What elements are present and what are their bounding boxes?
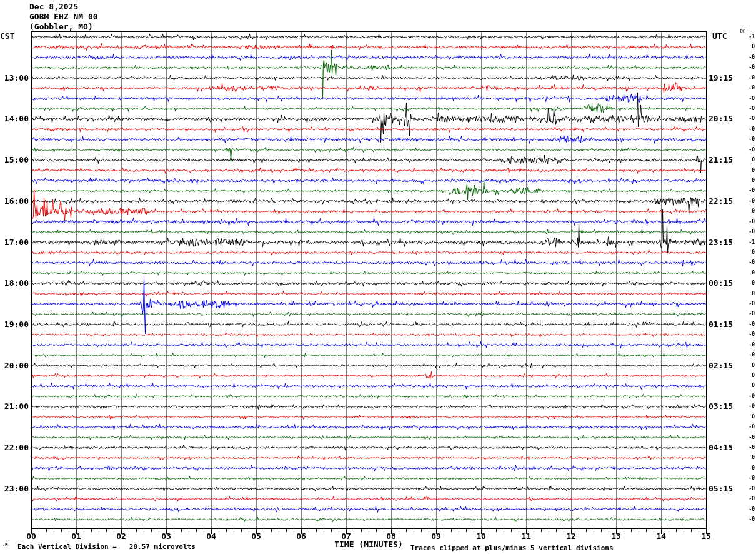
dc-value-label: -0: [740, 75, 755, 81]
right-time-label: 04:15: [709, 443, 733, 452]
right-time-label: 02:15: [709, 361, 733, 370]
dc-value-label: 0: [740, 168, 755, 173]
dc-value-label: 0: [740, 383, 755, 388]
clip-note: Traces clipped at plus/minus 5 vertical …: [410, 545, 614, 552]
right-time-label: 01:15: [709, 320, 733, 329]
x-tick-label: 11: [517, 532, 535, 541]
dc-value-label: -0: [740, 516, 755, 522]
x-tick-label: 06: [292, 532, 311, 541]
dc-value-label: 0: [740, 208, 755, 214]
dc-value-label: 0: [740, 363, 755, 368]
dc-value-label: -0: [740, 352, 755, 358]
left-timezone-label: CST: [0, 32, 14, 41]
right-time-label: 21:15: [709, 156, 733, 164]
dc-value-label: 0: [740, 178, 755, 183]
dc-value-label: -0: [740, 486, 755, 491]
dc-value-label: -0: [740, 506, 755, 512]
dc-value-label: 0: [740, 44, 755, 49]
header-station: GOBM EHZ NM 00: [29, 13, 98, 21]
dc-value-label: -0: [740, 147, 755, 153]
dc-value-label: -0: [740, 54, 755, 60]
dc-value-label: -0: [740, 229, 755, 234]
dc-value-label: -0: [740, 106, 755, 111]
dc-value-label: -0: [740, 496, 755, 501]
dc-value-label: 0: [740, 280, 755, 286]
dc-value-label: -0: [740, 96, 755, 101]
dc-value-label: -0: [740, 331, 755, 337]
right-time-label: 22:15: [709, 197, 733, 206]
dc-value-label: -0: [740, 219, 755, 224]
x-tick-label: 14: [652, 532, 670, 541]
dc-value-label: -0: [740, 116, 755, 121]
header-location: (Gobbler, MO): [29, 23, 93, 31]
right-time-label: 00:15: [709, 279, 733, 288]
left-time-label: 18:00: [1, 279, 29, 288]
dc-value-label: -1: [740, 34, 755, 39]
watermark: .M: [2, 542, 7, 547]
dc-value-label: -0: [740, 393, 755, 399]
right-time-label: 19:15: [709, 74, 733, 83]
left-time-label: 14:00: [1, 114, 29, 123]
x-tick-label: 00: [22, 532, 41, 541]
dc-value-label: -0: [740, 188, 755, 193]
left-time-label: 13:00: [1, 74, 29, 83]
x-tick-label: 12: [562, 532, 580, 541]
dc-value-label: -0: [740, 85, 755, 91]
left-time-label: 20:00: [1, 361, 29, 370]
dc-value-label: -1: [740, 239, 755, 245]
left-time-label: 19:00: [1, 320, 29, 329]
dc-value-label: -0: [740, 445, 755, 450]
helicorder-plot-canvas: [0, 0, 756, 554]
left-time-label: 15:00: [1, 156, 29, 164]
left-time-label: 17:00: [1, 238, 29, 247]
header-date: Dec 8,2025: [29, 3, 78, 11]
dc-value-label: 0: [740, 465, 755, 471]
x-tick-label: 15: [697, 532, 715, 541]
dc-value-label: -0: [740, 403, 755, 409]
right-time-label: 23:15: [709, 238, 733, 247]
left-time-label: 21:00: [1, 402, 29, 411]
helicorder-window: Dec 8,2025 GOBM EHZ NM 00 (Gobbler, MO) …: [0, 0, 756, 554]
x-tick-label: 02: [112, 532, 131, 541]
x-tick-label: 08: [382, 532, 400, 541]
dc-value-label: -0: [740, 259, 755, 265]
x-tick-label: 04: [202, 532, 221, 541]
dc-value-label: -0: [740, 301, 755, 306]
dc-value-label: 0: [740, 270, 755, 276]
left-time-label: 23:00: [1, 485, 29, 493]
right-time-label: 05:15: [709, 485, 733, 493]
right-time-label: 03:15: [709, 402, 733, 411]
dc-value-label: -0: [740, 435, 755, 440]
x-tick-label: 07: [337, 532, 356, 541]
left-time-label: 22:00: [1, 443, 29, 452]
dc-value-label: -0: [740, 198, 755, 204]
dc-value-label: -0: [740, 311, 755, 316]
x-tick-label: 10: [472, 532, 490, 541]
x-tick-label: 03: [157, 532, 176, 541]
dc-value-label: -0: [740, 126, 755, 132]
dc-value-label: -0: [740, 321, 755, 327]
x-tick-label: 05: [247, 532, 266, 541]
dc-value-label: 0: [740, 455, 755, 460]
x-tick-label: 01: [67, 532, 86, 541]
dc-value-label: -0: [740, 342, 755, 348]
dc-value-label: 0: [740, 414, 755, 420]
dc-value-label: 0: [740, 291, 755, 296]
dc-value-label: 0: [740, 373, 755, 378]
x-tick-label: 13: [607, 532, 625, 541]
dc-value-label: 0: [740, 249, 755, 255]
dc-value-label: -0: [740, 475, 755, 481]
left-time-label: 16:00: [1, 197, 29, 206]
dc-value-label: -0: [740, 136, 755, 142]
dc-value-label: -0: [740, 64, 755, 70]
right-time-label: 20:15: [709, 114, 733, 123]
right-timezone-label: UTC: [712, 32, 727, 41]
x-tick-label: 09: [427, 532, 445, 541]
dc-value-label: 0: [740, 157, 755, 163]
scale-note: Each Vertical Division = 28.57 microvolt…: [17, 543, 196, 551]
dc-value-label: -0: [740, 424, 755, 430]
